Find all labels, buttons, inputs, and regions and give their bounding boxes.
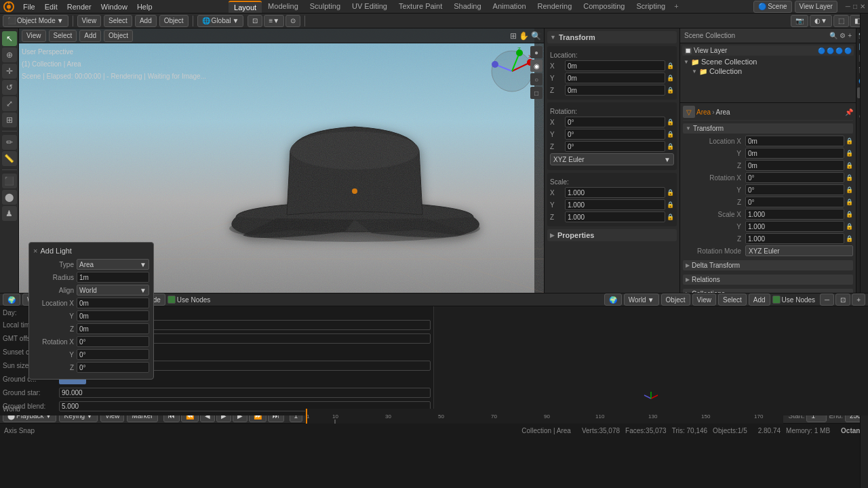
r-loc-x-lock[interactable]: 🔒: [846, 138, 853, 144]
tool-add-cube[interactable]: ⬛: [2, 174, 17, 188]
ws-tab-sculpting[interactable]: Sculpting: [304, 1, 346, 13]
tool-cursor[interactable]: ⊕: [2, 47, 17, 62]
menu-edit[interactable]: Edit: [41, 1, 62, 12]
scene-collection-item[interactable]: ▼ 📁 Scene Collection: [682, 57, 854, 66]
ws-tab-uv-editing[interactable]: UV Editing: [347, 1, 393, 13]
ws-tab-rendering[interactable]: Rendering: [532, 1, 578, 13]
props-icon-object[interactable]: ▽: [683, 106, 695, 118]
mode-selector[interactable]: ⬛ Object Mode ▼: [3, 15, 68, 27]
node-right-type[interactable]: 🌍: [604, 293, 622, 306]
node-zoom-out[interactable]: ─: [820, 293, 834, 306]
object-menu[interactable]: Object: [159, 15, 189, 27]
node-right-select[interactable]: Select: [718, 293, 747, 306]
transform-panel-header[interactable]: ▼ Transform: [547, 31, 677, 43]
view-layer-selector[interactable]: View Layer: [795, 1, 837, 13]
shading-rendered[interactable]: ◉: [530, 60, 542, 72]
r-loc-y-val[interactable]: 0m: [745, 148, 844, 159]
tool-transform[interactable]: ⊞: [2, 113, 17, 127]
shading-material[interactable]: ○: [530, 73, 542, 85]
tool-annotate[interactable]: ✏: [2, 135, 17, 150]
header-grid-icon[interactable]: ⊞: [510, 31, 517, 41]
popup-rotz-val[interactable]: 0°: [77, 362, 149, 373]
snap-type[interactable]: ≡▼: [264, 15, 284, 27]
popup-locx-val[interactable]: 0m: [77, 298, 149, 308]
select-menu[interactable]: Select: [104, 15, 132, 27]
tool-add-monkey[interactable]: ♟: [2, 206, 17, 221]
props-pin-btn[interactable]: 📌: [845, 108, 853, 116]
rotation-mode-dropdown[interactable]: XYZ Euler ▼: [550, 153, 674, 165]
add-menu[interactable]: Add: [135, 15, 157, 27]
use-nodes-checkbox[interactable]: [167, 296, 176, 304]
node-right-obj[interactable]: Object: [661, 293, 690, 306]
scene-selector[interactable]: 🔵 Scene: [753, 1, 791, 13]
render-btn[interactable]: 📷: [791, 15, 808, 27]
collection-item[interactable]: ▼ 📁 Collection: [682, 66, 854, 76]
viewport-shading[interactable]: ◐▼: [810, 15, 832, 27]
ws-tab-layout[interactable]: Layout: [229, 1, 262, 13]
popup-close-btn[interactable]: ×: [33, 247, 37, 255]
rotation-y-input[interactable]: 0°: [565, 129, 665, 140]
tool-measure[interactable]: 📏: [2, 151, 17, 166]
relations-section-header[interactable]: ▶ Relations: [683, 274, 853, 285]
location-z-input[interactable]: 0m: [565, 85, 665, 96]
use-nodes-checkbox-2[interactable]: [772, 296, 781, 304]
r-loc-y-lock[interactable]: 🔒: [846, 150, 853, 157]
rot-x-lock[interactable]: 🔒: [667, 119, 674, 125]
shading-wireframe[interactable]: □: [530, 87, 542, 99]
proportional-edit[interactable]: ⊙: [285, 15, 300, 27]
sc-x-lock[interactable]: 🔒: [667, 189, 674, 196]
lock-y[interactable]: 🔒: [667, 75, 674, 81]
node-canvas[interactable]: [434, 306, 868, 415]
ws-tab-texture-paint[interactable]: Texture Paint: [393, 1, 448, 13]
tool-scale[interactable]: ⤢: [2, 96, 17, 111]
popup-roty-val[interactable]: 0°: [77, 349, 149, 360]
rot-z-lock[interactable]: 🔒: [667, 143, 674, 150]
timeline-ruler[interactable]: 1 10 30 50 70 90 110 130 150 170 190 210…: [305, 409, 783, 424]
tool-select[interactable]: ↖: [2, 31, 17, 46]
nav-gizmo[interactable]: X Z: [488, 47, 536, 95]
maximize-btn[interactable]: □: [853, 3, 857, 10]
shading-solid[interactable]: ●: [530, 46, 542, 58]
ws-tab-scripting[interactable]: Scripting: [631, 1, 671, 13]
r-loc-z-val[interactable]: 0m: [745, 160, 844, 171]
r-rot-y-val[interactable]: 0°: [745, 184, 844, 195]
popup-rotx-val[interactable]: 0°: [77, 336, 149, 347]
r-sc-x-val[interactable]: 1.000: [745, 209, 844, 220]
transform-orientation[interactable]: 🌐 Global ▼: [197, 15, 244, 27]
properties-collapse-header[interactable]: ▶ Properties: [547, 229, 677, 241]
view-menu[interactable]: View: [77, 15, 102, 27]
popup-locy-val[interactable]: 0m: [77, 310, 149, 321]
popup-locz-val[interactable]: 0m: [77, 323, 149, 334]
r-rot-z-lock[interactable]: 🔒: [846, 199, 853, 205]
lock-x[interactable]: 🔒: [667, 62, 674, 69]
location-y-input[interactable]: 0m: [565, 73, 665, 83]
node-right-view[interactable]: View: [692, 293, 717, 306]
popup-align-dropdown[interactable]: World ▼: [77, 285, 149, 296]
node-zoom-fit[interactable]: ⊡: [835, 293, 850, 306]
menu-render[interactable]: Render: [63, 1, 96, 12]
sc-y-lock[interactable]: 🔒: [667, 201, 674, 208]
menu-window[interactable]: Window: [97, 1, 132, 12]
node-zoom-in[interactable]: +: [852, 293, 865, 306]
r-sc-y-val[interactable]: 1.000: [745, 221, 844, 232]
viewport-view-menu[interactable]: View: [22, 30, 46, 42]
r-rot-y-lock[interactable]: 🔒: [846, 186, 853, 193]
header-search-icon[interactable]: 🔍: [531, 31, 541, 41]
scale-x-input[interactable]: 1.000: [565, 187, 665, 198]
popup-type-dropdown[interactable]: Area ▼: [77, 259, 149, 270]
node-right-add[interactable]: Add: [749, 293, 770, 306]
r-sc-z-lock[interactable]: 🔒: [846, 235, 853, 242]
rotation-x-input[interactable]: 0°: [565, 117, 665, 127]
scale-y-input[interactable]: 1.000: [565, 199, 665, 210]
ws-tab-shading[interactable]: Shading: [448, 1, 486, 13]
sc-z-lock[interactable]: 🔒: [667, 214, 674, 220]
r-sc-y-lock[interactable]: 🔒: [846, 223, 853, 230]
snap-toggle[interactable]: ⊡: [248, 15, 262, 27]
overlay-toggle[interactable]: ⬚: [833, 15, 849, 27]
menu-file[interactable]: File: [19, 1, 39, 12]
r-loc-z-lock[interactable]: 🔒: [846, 162, 853, 169]
viewport-select-menu[interactable]: Select: [49, 30, 77, 42]
ws-tab-compositing[interactable]: Compositing: [578, 1, 630, 13]
r-rot-z-val[interactable]: 0°: [745, 197, 844, 207]
outliner-settings-icon[interactable]: ⚙: [840, 32, 846, 39]
